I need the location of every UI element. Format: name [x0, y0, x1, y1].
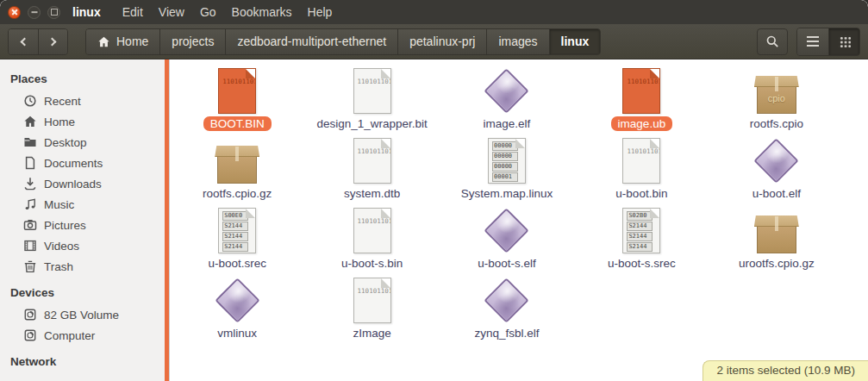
- sidebar-item-82-gb-volume[interactable]: 82 GB Volume: [0, 304, 165, 325]
- icon-text-line: S2144: [627, 222, 653, 231]
- binary-file-icon: 1101011010: [218, 68, 256, 114]
- binary-file-icon: 1101011010: [353, 138, 391, 184]
- file-icon-slot: 00000000000000000001: [488, 135, 526, 184]
- file-u-boot.srec[interactable]: S00E0S2144S2144S2144u-boot.srec: [170, 205, 304, 271]
- box-tape: [235, 147, 239, 161]
- file-BOOT.BIN[interactable]: 1101011010BOOT.BIN: [170, 66, 304, 131]
- file-zynq_fsbl.elf[interactable]: zynq_fsbl.elf: [440, 275, 574, 340]
- elf-diamond: [484, 68, 529, 113]
- breadcrumb-linux[interactable]: linux: [549, 29, 601, 54]
- close-icon[interactable]: [8, 6, 21, 19]
- sidebar-item-label: Trash: [44, 260, 73, 273]
- sidebar-item-videos[interactable]: Videos: [0, 235, 165, 256]
- icon-text-line: 00000: [492, 152, 518, 161]
- file-u-boot.bin[interactable]: 1101011010u-boot.bin: [574, 135, 709, 201]
- file-image.ub[interactable]: 1101011010image.ub: [574, 66, 709, 131]
- minimize-icon[interactable]: [28, 6, 41, 19]
- back-button[interactable]: [9, 29, 38, 54]
- sidebar-item-label: 82 GB Volume: [44, 309, 119, 322]
- binary-file-icon: 1101011010: [353, 278, 391, 323]
- file-icon-slot: 1101011010: [218, 66, 256, 114]
- sidebar-heading-places: Places: [0, 66, 165, 91]
- file-u-boot.elf[interactable]: u-boot.elf: [709, 135, 844, 201]
- sidebar-item-downloads[interactable]: Downloads: [0, 173, 165, 194]
- menu-help[interactable]: Help: [300, 2, 340, 22]
- icon-text-line: 10: [361, 147, 369, 155]
- menu-bookmarks[interactable]: Bookmarks: [224, 2, 300, 22]
- sidebar-item-desktop[interactable]: Desktop: [0, 132, 165, 153]
- sidebar: PlacesRecentHomeDesktopDocumentsDownload…: [0, 59, 165, 381]
- file-u-boot-s.srec[interactable]: S02B0S2144S2144S2144u-boot-s.srec: [574, 205, 709, 271]
- file-icon-slot: 1101011010: [353, 66, 391, 114]
- sidebar-item-home[interactable]: Home: [0, 111, 165, 132]
- search-button[interactable]: [757, 28, 788, 55]
- text-dump-file-icon: S00E0S2144S2144S2144: [218, 208, 256, 253]
- elf-executable-icon: [484, 207, 530, 253]
- file-grid: 1101011010BOOT.BIN1101011010design_1_wra…: [170, 59, 868, 340]
- elf-executable-icon: [484, 67, 530, 114]
- file-u-boot-s.bin[interactable]: 1101011010u-boot-s.bin: [304, 205, 439, 271]
- drive-icon: [23, 328, 37, 342]
- music-icon: [23, 197, 37, 211]
- file-icon-slot: 1101011010: [622, 66, 660, 114]
- breadcrumb-projects[interactable]: projects: [159, 29, 225, 54]
- icon-text-line: 101: [234, 78, 247, 85]
- file-name-label: u-boot.bin: [615, 186, 667, 201]
- file-u-boot-s.elf[interactable]: u-boot-s.elf: [440, 205, 574, 271]
- breadcrumb-label: images: [498, 34, 537, 48]
- file-rootfs.cpio[interactable]: cpiorootfs.cpio: [709, 66, 844, 131]
- sidebar-item-music[interactable]: Music: [0, 194, 165, 215]
- file-zImage[interactable]: 1101011010zImage: [304, 275, 439, 340]
- home-icon: [97, 35, 110, 48]
- grid-view-button[interactable]: [828, 28, 859, 55]
- file-rootfs.cpio.gz[interactable]: rootfs.cpio.gz: [170, 135, 304, 201]
- breadcrumb-home[interactable]: Home: [86, 29, 159, 54]
- binary-file-icon: 1101011010: [622, 138, 660, 184]
- sidebar-item-documents[interactable]: Documents: [0, 153, 165, 173]
- file-icon-slot: [753, 135, 800, 184]
- sidebar-item-trash[interactable]: Trash: [0, 256, 165, 277]
- icon-text-line: S2144: [222, 242, 248, 252]
- file-image.elf[interactable]: image.elf: [440, 66, 574, 131]
- file-name-label: zImage: [353, 326, 390, 340]
- file-design_1_wrapper.bit[interactable]: 1101011010design_1_wrapper.bit: [304, 66, 439, 131]
- elf-executable-icon: [214, 277, 260, 323]
- elf-executable-icon: [753, 137, 800, 184]
- file-name-label: BOOT.BIN: [203, 116, 272, 131]
- sidebar-item-label: Recent: [44, 95, 81, 108]
- maximize-icon[interactable]: [47, 6, 60, 19]
- elf-diamond: [215, 278, 259, 322]
- file-system.dtb[interactable]: 1101011010system.dtb: [304, 135, 439, 201]
- icon-text-line: 00001: [492, 172, 518, 182]
- file-vmlinux[interactable]: vmlinux: [170, 275, 304, 340]
- toolbar: Homeprojectszedboard-multiport-ethernetp…: [0, 24, 868, 59]
- menu-go[interactable]: Go: [192, 2, 224, 22]
- elf-diamond: [754, 138, 799, 183]
- list-view-button[interactable]: [797, 28, 828, 55]
- sidebar-item-label: Home: [44, 116, 75, 128]
- file-icon-slot: [484, 275, 530, 323]
- icon-text-line: 1010: [381, 217, 391, 225]
- icon-text-line: 00000: [492, 162, 518, 172]
- sidebar-item-label: Downloads: [44, 178, 102, 190]
- sidebar-item-label: Music: [44, 198, 74, 211]
- box-tape: [775, 216, 778, 231]
- breadcrumb-zedboard-multiport-ethernet[interactable]: zedboard-multiport-ethernet: [225, 29, 397, 54]
- menu-items: EditViewGoBookmarksHelp: [115, 2, 340, 22]
- sidebar-item-recent[interactable]: Recent: [0, 91, 165, 111]
- sidebar-item-pictures[interactable]: Pictures: [0, 215, 165, 235]
- menu-view[interactable]: View: [151, 2, 192, 22]
- sidebar-item-computer[interactable]: Computer: [0, 325, 165, 346]
- box-tape: [775, 77, 778, 91]
- forward-button[interactable]: [38, 29, 67, 54]
- breadcrumb-images[interactable]: images: [486, 29, 548, 54]
- file-System.map.linux[interactable]: 00000000000000000001System.map.linux: [440, 135, 574, 201]
- icon-text-line: 10: [361, 287, 369, 295]
- film-icon: [23, 239, 37, 253]
- menu-edit[interactable]: Edit: [115, 2, 151, 22]
- icon-text-line: S00E0: [222, 211, 248, 221]
- icon-text-line: 1010: [650, 78, 660, 85]
- file-name-label: urootfs.cpio.gz: [739, 256, 815, 271]
- breadcrumb-petalinux-prj[interactable]: petalinux-prj: [397, 29, 486, 54]
- file-urootfs.cpio.gz[interactable]: urootfs.cpio.gz: [709, 205, 844, 271]
